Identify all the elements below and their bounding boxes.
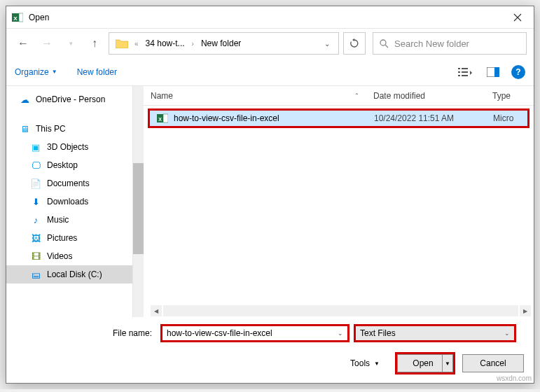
cube-icon: ▣ xyxy=(30,141,41,153)
refresh-button[interactable] xyxy=(343,32,366,55)
file-name: how-to-view-csv-file-in-excel xyxy=(174,113,279,123)
up-button[interactable]: ↑ xyxy=(85,34,104,53)
svg-rect-5 xyxy=(462,68,468,69)
titlebar: X Open xyxy=(6,6,534,29)
recent-dropdown[interactable]: ▾ xyxy=(61,34,81,53)
filetype-filter[interactable]: Text Files ⌄ xyxy=(354,324,516,342)
list-hscroll[interactable]: ◀ ▶ xyxy=(144,304,534,317)
excel-icon: X xyxy=(12,12,23,23)
svg-rect-8 xyxy=(458,75,460,76)
tree-item-documents[interactable]: 📄Documents xyxy=(6,174,132,192)
tree-item-music[interactable]: ♪Music xyxy=(6,211,132,229)
tree-item-downloads[interactable]: ⬇Downloads xyxy=(6,192,132,211)
list-header: Name⌃ Date modified Type xyxy=(144,86,534,106)
download-icon: ⬇ xyxy=(30,196,41,207)
sort-indicator: ⌃ xyxy=(354,92,359,99)
search-icon xyxy=(379,38,389,48)
open-button-group: Open ▼ xyxy=(395,352,455,374)
breadcrumb-item[interactable]: 34 how-t... xyxy=(141,33,189,54)
col-date[interactable]: Date modified xyxy=(373,91,492,101)
file-row[interactable]: X how-to-view-csv-file-in-excel 10/24/20… xyxy=(148,108,529,128)
organize-menu[interactable]: Organize ▼ xyxy=(15,67,57,77)
tree-item-3d[interactable]: ▣3D Objects xyxy=(6,138,132,156)
scroll-track[interactable] xyxy=(163,305,518,316)
svg-rect-11 xyxy=(494,67,499,77)
breadcrumb-sep: « xyxy=(133,40,140,48)
chevron-right-icon: › xyxy=(191,40,195,48)
dialog-body: ☁OneDrive - Person 🖥This PC ▣3D Objects … xyxy=(6,86,534,317)
chevron-down-icon[interactable]: ⌄ xyxy=(338,330,343,337)
svg-rect-6 xyxy=(458,71,460,73)
tree-item-desktop[interactable]: 🖵Desktop xyxy=(6,156,132,174)
filename-input[interactable]: how-to-view-csv-file-in-excel ⌄ xyxy=(160,324,349,342)
picture-icon: 🖼 xyxy=(30,232,41,244)
breadcrumb-item[interactable]: New folder xyxy=(197,33,245,54)
close-button[interactable] xyxy=(501,7,534,28)
svg-rect-4 xyxy=(458,68,460,69)
open-button[interactable]: Open xyxy=(397,354,449,372)
file-list: Name⌃ Date modified Type X how-to-view-c… xyxy=(144,86,534,317)
file-type: Micro xyxy=(493,113,513,123)
folder-icon xyxy=(115,36,129,50)
col-name[interactable]: Name⌃ xyxy=(151,91,373,101)
search-input[interactable]: Search New folder xyxy=(373,32,527,55)
scroll-left[interactable]: ◀ xyxy=(151,305,162,316)
watermark: wsxdn.com xyxy=(497,374,532,382)
document-icon: 📄 xyxy=(30,178,41,189)
new-folder-button[interactable]: New folder xyxy=(77,67,117,77)
chevron-down-icon: ▼ xyxy=(374,360,380,367)
col-type[interactable]: Type xyxy=(492,91,534,101)
back-button[interactable]: ← xyxy=(13,34,33,53)
svg-text:X: X xyxy=(13,15,18,21)
svg-point-3 xyxy=(380,40,386,46)
scroll-right[interactable]: ▶ xyxy=(520,305,531,316)
onedrive-icon: ☁ xyxy=(19,94,30,105)
tree-item-pictures[interactable]: 🖼Pictures xyxy=(6,229,132,247)
help-button[interactable]: ? xyxy=(511,65,525,79)
chevron-down-icon[interactable]: ⌄ xyxy=(319,40,335,48)
tools-menu[interactable]: Tools ▼ xyxy=(350,358,380,368)
video-icon: 🎞 xyxy=(30,251,41,262)
chevron-down-icon: ▼ xyxy=(52,69,57,75)
tree-scrollbar[interactable] xyxy=(132,86,144,317)
pc-icon: 🖥 xyxy=(19,123,30,134)
search-placeholder: Search New folder xyxy=(394,38,469,49)
open-dropdown[interactable]: ▼ xyxy=(442,354,453,372)
svg-rect-9 xyxy=(462,75,468,76)
breadcrumb[interactable]: « 34 how-t... › New folder ⌄ xyxy=(109,32,339,55)
navbar: ← → ▾ ↑ « 34 how-t... › New folder ⌄ Sea… xyxy=(6,29,534,58)
desktop-icon: 🖵 xyxy=(30,160,41,171)
cancel-button[interactable]: Cancel xyxy=(462,354,524,372)
svg-text:X: X xyxy=(158,117,162,122)
tree-item-thispc[interactable]: 🖥This PC xyxy=(6,120,132,138)
file-date: 10/24/2022 11:51 AM xyxy=(374,113,493,123)
toolbar: Organize ▼ New folder ? xyxy=(6,58,534,86)
scrollbar-thumb[interactable] xyxy=(133,163,144,254)
filename-label: File name: xyxy=(16,328,156,338)
nav-tree: ☁OneDrive - Person 🖥This PC ▣3D Objects … xyxy=(6,86,132,317)
view-list-button[interactable] xyxy=(452,62,478,82)
preview-pane-button[interactable] xyxy=(480,62,506,82)
disk-icon: 🖴 xyxy=(30,269,41,280)
bottom-panel: File name: how-to-view-csv-file-in-excel… xyxy=(6,317,534,383)
svg-rect-2 xyxy=(19,13,23,22)
excel-file-icon: X xyxy=(157,113,168,124)
open-dialog: X Open ← → ▾ ↑ « 34 how-t... › New folde… xyxy=(6,6,534,384)
svg-rect-14 xyxy=(163,114,168,122)
svg-rect-7 xyxy=(462,71,468,73)
tree-item-localdisk[interactable]: 🖴Local Disk (C:) xyxy=(6,265,132,284)
music-icon: ♪ xyxy=(30,214,41,225)
forward-button[interactable]: → xyxy=(37,34,57,53)
tree-item-videos[interactable]: 🎞Videos xyxy=(6,247,132,265)
tree-item-onedrive[interactable]: ☁OneDrive - Person xyxy=(6,90,132,108)
dialog-title: Open xyxy=(29,13,501,22)
chevron-down-icon[interactable]: ⌄ xyxy=(504,330,510,337)
